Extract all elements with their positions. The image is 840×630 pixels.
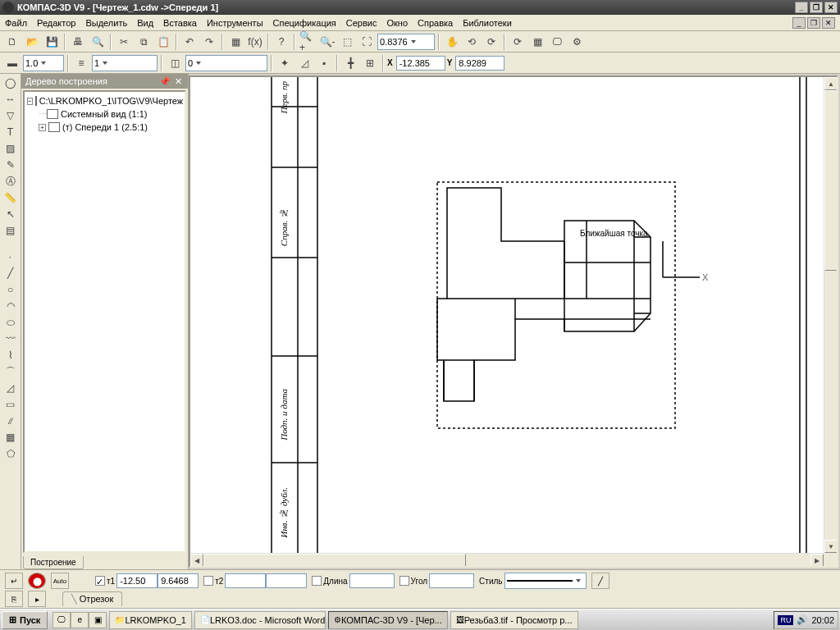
ql-ie-icon[interactable]: e xyxy=(71,612,89,628)
open-icon[interactable]: 📂 xyxy=(23,33,41,51)
point-icon[interactable]: · xyxy=(2,249,20,264)
scroll-thumb-h[interactable] xyxy=(203,554,466,567)
mdi-restore-button[interactable]: ❐ xyxy=(807,17,820,29)
menu-view[interactable]: Вид xyxy=(137,18,153,28)
print-icon[interactable]: 🖶 xyxy=(69,33,87,51)
close-button[interactable]: ✕ xyxy=(824,2,838,13)
display-icon[interactable]: 🖵 xyxy=(548,33,566,51)
tree[interactable]: − C:\LRKOMPKO_1\ITOG\V9\Чертеж ⋯ Системн… xyxy=(23,90,186,553)
mdi-minimize-button[interactable]: _ xyxy=(792,17,806,29)
canvas[interactable]: X Перв. пр Справ. № Подп. и дата Инв. № … xyxy=(189,75,838,568)
angle-input[interactable] xyxy=(429,573,474,588)
contour-icon[interactable]: ⬠ xyxy=(2,446,20,461)
ortho-icon[interactable]: ◿ xyxy=(295,54,313,72)
zoom-in-icon[interactable]: 🔍+ xyxy=(299,33,317,51)
tree-root[interactable]: − C:\LRKOMPKO_1\ITOG\V9\Чертеж xyxy=(27,94,182,107)
cut-icon[interactable]: ✂ xyxy=(115,33,133,51)
volume-icon[interactable]: 🔊 xyxy=(797,614,808,625)
restore-button[interactable]: ❐ xyxy=(810,2,823,13)
zoom-fit-icon[interactable]: ⛶ xyxy=(358,33,376,51)
scale-combo[interactable]: 1.0 xyxy=(23,55,64,71)
lang-indicator[interactable]: RU xyxy=(778,615,793,625)
menu-help[interactable]: Справка xyxy=(418,18,453,28)
y1-input[interactable] xyxy=(158,573,199,588)
lcs-icon[interactable]: ╋ xyxy=(341,54,359,72)
edit-icon[interactable]: ✎ xyxy=(2,158,20,172)
menu-window[interactable]: Окно xyxy=(386,18,408,28)
line-style-icon[interactable]: ▬ xyxy=(3,54,21,72)
x-coord-input[interactable] xyxy=(396,56,445,71)
scroll-down-icon[interactable]: ▼ xyxy=(824,540,838,553)
measure-icon[interactable]: 📏 xyxy=(2,190,20,205)
length-checkbox[interactable] xyxy=(312,576,322,586)
scroll-right-icon[interactable]: ▶ xyxy=(810,554,824,567)
dimensions-icon[interactable]: ↔ xyxy=(2,92,20,107)
mdi-close-button[interactable]: ✕ xyxy=(822,17,835,29)
help-icon[interactable]: ? xyxy=(272,33,290,51)
polyline-icon[interactable]: ⌇ xyxy=(2,348,20,363)
task-word[interactable]: 📄 LRKO3.doc - Microsoft Word xyxy=(194,611,326,629)
segment-mode-icon[interactable]: ╱ xyxy=(591,573,609,589)
start-button[interactable]: ⊞Пуск xyxy=(2,611,48,629)
copy-props-icon[interactable]: ⎘ xyxy=(5,591,23,607)
state-combo[interactable]: 0 xyxy=(185,55,267,71)
text-icon[interactable]: T xyxy=(2,125,20,139)
variables-icon[interactable]: f(x) xyxy=(246,33,264,51)
expand-icon[interactable]: + xyxy=(39,124,46,131)
hatch-icon[interactable]: ▨ xyxy=(2,141,20,156)
horizontal-scrollbar[interactable]: ◀ ▶ xyxy=(190,553,824,566)
manager-icon[interactable]: ▦ xyxy=(226,33,244,51)
paste-icon[interactable]: 📋 xyxy=(154,33,172,51)
params2-icon[interactable]: Ⓐ xyxy=(2,174,20,189)
t1-checkbox[interactable]: ✓ xyxy=(95,576,105,586)
rect-icon[interactable]: ▭ xyxy=(2,397,20,412)
preview-icon[interactable]: 🔍 xyxy=(89,33,107,51)
zoom-combo[interactable]: 0.8376 xyxy=(377,34,435,50)
auto-icon[interactable]: Auto xyxy=(51,573,69,589)
collapse-icon[interactable]: − xyxy=(27,98,33,105)
tab-segment[interactable]: ╲ Отрезок xyxy=(62,591,122,606)
menu-insert[interactable]: Вставка xyxy=(163,18,197,28)
menu-spec[interactable]: Спецификация xyxy=(273,18,336,28)
tree-item-system-view[interactable]: ⋯ Системный вид (1:1) xyxy=(27,107,182,121)
menu-file[interactable]: Файл xyxy=(5,18,27,28)
menu-libs[interactable]: Библиотеки xyxy=(463,18,512,28)
prev-view-icon[interactable]: ⟲ xyxy=(463,33,481,51)
style-combo[interactable] xyxy=(504,573,587,589)
scroll-thumb-v[interactable] xyxy=(824,90,838,271)
vertical-scrollbar[interactable]: ▲ ▼ xyxy=(824,77,837,553)
offset-icon[interactable]: ⫽ xyxy=(2,413,20,428)
ql-app-icon[interactable]: ▣ xyxy=(89,612,107,628)
tab-build[interactable]: Построение xyxy=(23,556,84,569)
chamfer-icon[interactable]: ◿ xyxy=(2,381,20,395)
grid-toggle-icon[interactable]: ▪ xyxy=(315,54,333,72)
geometry-icon[interactable]: ◯ xyxy=(2,75,20,90)
menu-edit[interactable]: Редактор xyxy=(37,18,75,28)
pan-icon[interactable]: ✋ xyxy=(443,33,461,51)
minimize-button[interactable]: _ xyxy=(795,2,808,13)
select-icon[interactable]: ↖ xyxy=(2,207,20,221)
undo-icon[interactable]: ↶ xyxy=(180,33,199,51)
ellipse-icon[interactable]: ⬭ xyxy=(2,315,20,330)
refresh-icon[interactable]: ⟳ xyxy=(509,33,527,51)
scroll-up-icon[interactable]: ▲ xyxy=(824,77,838,90)
redo-icon[interactable]: ↷ xyxy=(200,33,218,51)
save-icon[interactable]: 💾 xyxy=(43,33,61,51)
arc-icon[interactable]: ◠ xyxy=(2,299,20,313)
circle-icon[interactable]: ○ xyxy=(2,282,20,297)
ql-desktop-icon[interactable]: 🖵 xyxy=(52,612,71,628)
fillet-icon[interactable]: ⌒ xyxy=(2,364,20,379)
menu-tools[interactable]: Инструменты xyxy=(207,18,263,28)
grid-icon[interactable]: ▦ xyxy=(528,33,546,51)
panel-close-icon[interactable]: ✕ xyxy=(172,75,184,87)
spline-icon[interactable]: 〰 xyxy=(2,331,20,346)
copy-icon[interactable]: ⧉ xyxy=(135,33,153,51)
task-folder[interactable]: 📁 LRKOMPKO_1 xyxy=(109,611,192,629)
y2-input[interactable] xyxy=(266,573,307,588)
scroll-left-icon[interactable]: ◀ xyxy=(190,554,203,567)
task-kompas[interactable]: ⚙ КОМПАС-3D V9 - [Чер... xyxy=(328,611,448,629)
x2-input[interactable] xyxy=(225,573,266,588)
snap-icon[interactable]: ✦ xyxy=(276,54,294,72)
t2-checkbox[interactable] xyxy=(203,576,213,586)
layers-icon[interactable]: ≡ xyxy=(72,54,90,72)
